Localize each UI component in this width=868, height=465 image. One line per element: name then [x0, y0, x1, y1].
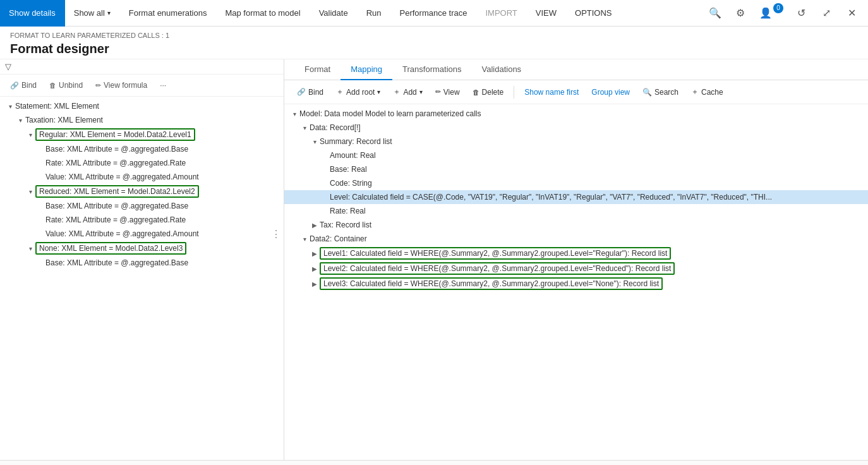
toggle-icon[interactable]: ▾: [25, 245, 35, 252]
rtree-item-label: Data2: Container: [310, 234, 367, 243]
right-bind-icon: 🔗: [297, 88, 306, 96]
breadcrumb: FORMAT TO LEARN PARAMETERIZED CALLS : 1: [10, 32, 858, 39]
list-item[interactable]: Amount: Real: [284, 148, 868, 162]
toggle-icon[interactable]: ▾: [299, 124, 310, 131]
toggle-icon[interactable]: ▶: [310, 265, 320, 272]
tab-format[interactable]: Format: [294, 59, 341, 80]
tab-mapping[interactable]: Mapping: [341, 59, 392, 80]
group-view-button[interactable]: Group view: [586, 85, 635, 99]
toggle-icon: [320, 166, 330, 173]
view-formula-button[interactable]: ✏ View formula: [90, 78, 152, 92]
right-tabs: Format Mapping Transformations Validatio…: [284, 59, 868, 80]
list-item[interactable]: Value: XML Attribute = @.aggregated.Amou…: [0, 227, 284, 241]
rtree-item-label: Code: String: [330, 179, 372, 188]
list-item[interactable]: Rate: XML Attribute = @.aggregated.Rate: [0, 213, 284, 227]
toggle-icon[interactable]: ▾: [15, 117, 25, 124]
filter-icon: ▽: [5, 62, 11, 71]
toggle-icon: [35, 260, 45, 267]
right-tree[interactable]: ▾ Model: Data model Model to learn param…: [284, 104, 868, 460]
left-tree[interactable]: ▾ Statement: XML Element ▾ Taxation: XML…: [0, 97, 284, 460]
tree-item-label: Value: XML Attribute = @.aggregated.Amou…: [45, 229, 199, 238]
view-button[interactable]: ✏ View: [430, 85, 465, 99]
nav-options[interactable]: OPTIONS: [566, 0, 622, 27]
close-icon[interactable]: ✕: [840, 2, 863, 25]
tab-transformations[interactable]: Transformations: [392, 59, 471, 80]
list-item[interactable]: Base: Real: [284, 162, 868, 176]
list-item[interactable]: ▾ Regular: XML Element = Model.Data2.Lev…: [0, 127, 284, 142]
list-item[interactable]: Code: String: [284, 176, 868, 190]
list-item[interactable]: Level: Calculated field = CASE(@.Code, "…: [284, 190, 868, 204]
bind-button[interactable]: 🔗 Bind: [5, 78, 42, 92]
cache-icon: ＋: [691, 87, 699, 97]
add-root-button[interactable]: ＋ Add root ▾: [331, 84, 385, 100]
toggle-icon[interactable]: ▶: [310, 250, 320, 257]
settings-icon[interactable]: ⚙: [729, 2, 752, 25]
unbind-button[interactable]: 🗑 Unbind: [44, 78, 88, 92]
list-item[interactable]: Base: XML Attribute = @.aggregated.Base: [0, 256, 284, 270]
toggle-icon[interactable]: ▾: [5, 103, 15, 110]
more-button[interactable]: ···: [155, 78, 171, 92]
list-item[interactable]: Rate: Real: [284, 204, 868, 218]
tree-item-label: Reduced: XML Element = Model.Data2.Level…: [35, 185, 199, 198]
tree-item-label: None: XML Element = Model.Data2.Level3: [35, 242, 186, 255]
rtree-item-label: Level3: Calculated field = WHERE(@.Summa…: [320, 277, 663, 290]
add-button[interactable]: ＋ Add ▾: [388, 84, 427, 100]
list-item[interactable]: ▶ Level1: Calculated field = WHERE(@.Sum…: [284, 246, 868, 261]
add-root-icon: ＋: [336, 87, 344, 97]
nav-performance-trace[interactable]: Performance trace: [391, 0, 477, 27]
toggle-icon[interactable]: ▾: [25, 188, 35, 195]
nav-show-details[interactable]: Show details: [0, 0, 65, 27]
rtree-item-label: Base: Real: [330, 165, 367, 174]
toggle-icon[interactable]: ▾: [310, 138, 320, 145]
toggle-icon: [35, 160, 45, 167]
toggle-icon[interactable]: ▾: [289, 111, 299, 118]
search-button[interactable]: 🔍 Search: [637, 85, 684, 99]
list-item[interactable]: ▾ Model: Data model Model to learn param…: [284, 107, 868, 121]
tree-item-label: Regular: XML Element = Model.Data2.Level…: [35, 128, 195, 141]
list-item[interactable]: Rate: XML Attribute = @.aggregated.Rate: [0, 156, 284, 170]
tab-validations[interactable]: Validations: [471, 59, 531, 80]
main-area: ▽ 🔗 Bind 🗑 Unbind ✏ View formula ···: [0, 59, 868, 460]
topbar: Show details Show all ▾ Format enumerati…: [0, 0, 868, 27]
bind-icon: 🔗: [10, 82, 19, 90]
list-item[interactable]: ▾ Reduced: XML Element = Model.Data2.Lev…: [0, 184, 284, 199]
nav-show-all[interactable]: Show all ▾: [65, 0, 120, 27]
nav-import[interactable]: IMPORT: [476, 0, 526, 27]
list-item[interactable]: Base: XML Attribute = @.aggregated.Base: [0, 142, 284, 156]
show-name-first-button[interactable]: Show name first: [519, 85, 584, 99]
list-item[interactable]: ▾ Summary: Record list: [284, 135, 868, 148]
list-item[interactable]: ▾ Statement: XML Element: [0, 99, 284, 113]
left-panel: ▽ 🔗 Bind 🗑 Unbind ✏ View formula ···: [0, 59, 284, 460]
list-item[interactable]: Value: XML Attribute = @.aggregated.Amou…: [0, 170, 284, 184]
page-title: Format designer: [10, 42, 858, 56]
rtree-item-label: Rate: Real: [330, 207, 366, 215]
show-all-caret: ▾: [107, 9, 111, 16]
nav-format-enumerations[interactable]: Format enumerations: [120, 0, 217, 27]
right-bind-button[interactable]: 🔗 Bind: [292, 85, 329, 99]
nav-map-format-to-model[interactable]: Map format to model: [216, 0, 310, 27]
toggle-icon[interactable]: ▶: [310, 222, 320, 229]
refresh-icon[interactable]: ↺: [790, 2, 812, 25]
toggle-icon: [320, 180, 330, 187]
toggle-icon[interactable]: ▶: [310, 281, 320, 287]
list-item[interactable]: ▾ Taxation: XML Element: [0, 113, 284, 127]
external-link-icon[interactable]: ⤢: [815, 2, 838, 25]
list-item[interactable]: ▾ None: XML Element = Model.Data2.Level3: [0, 241, 284, 256]
unbind-icon: 🗑: [49, 82, 56, 89]
cache-button[interactable]: ＋ Cache: [686, 84, 728, 100]
toggle-icon[interactable]: ▾: [25, 131, 35, 138]
list-item[interactable]: ▾ Data: Record[!]: [284, 121, 868, 135]
delete-button[interactable]: 🗑 Delete: [467, 85, 509, 99]
list-item[interactable]: ▶ Level3: Calculated field = WHERE(@.Sum…: [284, 276, 868, 291]
list-item[interactable]: Base: XML Attribute = @.aggregated.Base: [0, 199, 284, 213]
nav-validate[interactable]: Validate: [310, 0, 358, 27]
search-icon[interactable]: 🔍: [704, 2, 726, 25]
nav-run[interactable]: Run: [358, 0, 391, 27]
nav-view[interactable]: VIEW: [527, 0, 566, 27]
list-item[interactable]: ▶ Level2: Calculated field = WHERE(@.Sum…: [284, 261, 868, 276]
toggle-icon[interactable]: ▾: [299, 236, 310, 243]
toggle-icon: [35, 231, 45, 238]
list-item[interactable]: ▶ Tax: Record list: [284, 218, 868, 232]
list-item[interactable]: ▾ Data2: Container: [284, 232, 868, 246]
notification-badge: 0: [773, 3, 783, 13]
